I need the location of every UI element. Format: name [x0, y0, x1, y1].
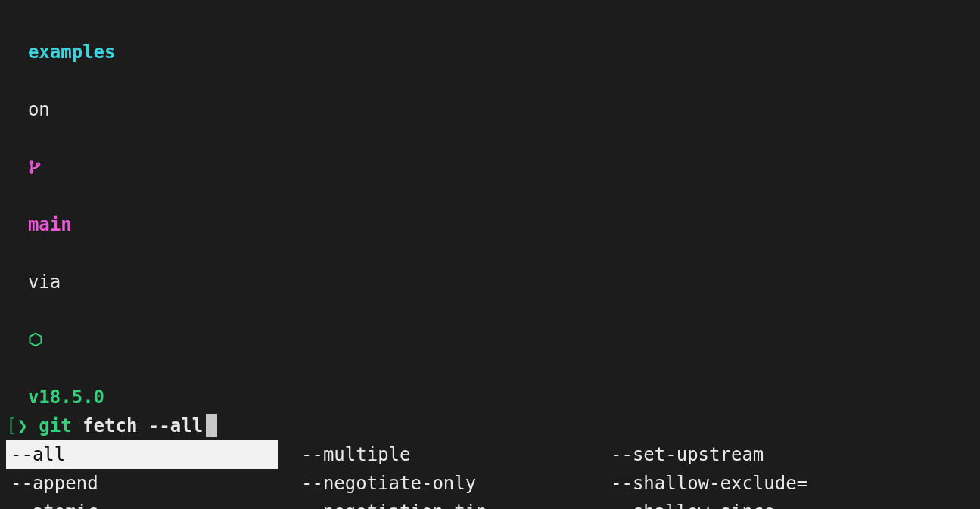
shell-prompt-context: examples on main via v18.5.0 — [6, 9, 974, 411]
completion-option[interactable]: --negotiate-only — [297, 469, 588, 498]
shell-input-line[interactable]: [ ❯ git fetch --all — [6, 411, 974, 440]
prompt-bracket: [ — [6, 411, 17, 440]
node-version: v18.5.0 — [28, 386, 104, 408]
completion-option[interactable]: --atomic — [6, 498, 278, 509]
completion-column-2: --multiple--negotiate-only--negotiation-… — [297, 440, 588, 509]
on-word: on — [28, 99, 50, 120]
completion-option[interactable]: --shallow-exclude= — [606, 469, 916, 498]
completion-option[interactable]: --negotiation-tip= — [297, 498, 588, 509]
via-word: via — [28, 272, 61, 293]
node-icon — [28, 325, 43, 354]
cursor — [206, 414, 217, 437]
completion-option[interactable]: --append — [6, 469, 278, 498]
git-branch-icon — [28, 153, 42, 182]
completion-column-3: --set-upstream--shallow-exclude=--shallo… — [606, 440, 916, 509]
completion-menu: --all--append--atomic--auto-gc--auto-mai… — [6, 440, 974, 509]
completion-option[interactable]: --set-upstream — [606, 440, 916, 469]
completion-column-1: --all--append--atomic--auto-gc--auto-mai… — [6, 440, 278, 509]
completion-option[interactable]: --multiple — [297, 440, 588, 469]
command-name: git — [39, 411, 71, 440]
completion-option[interactable]: --shallow-since= — [606, 498, 916, 509]
completion-option[interactable]: --all — [6, 440, 278, 469]
git-branch: main — [28, 214, 72, 235]
cwd: examples — [28, 42, 116, 63]
prompt-symbol: ❯ — [17, 411, 27, 440]
command-args: fetch --all — [82, 411, 203, 440]
